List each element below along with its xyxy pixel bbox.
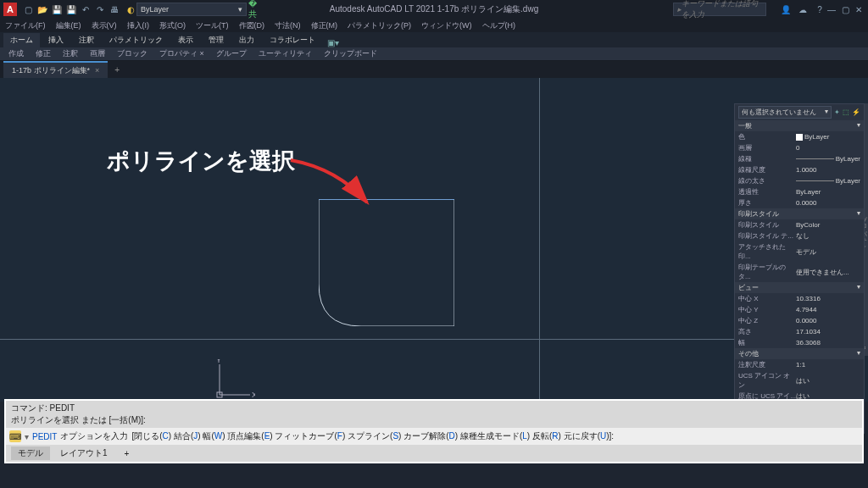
menu-format[interactable]: 形式(O) [159,20,186,31]
cmd-dropdown-icon[interactable]: ▾ [25,432,29,441]
cmd-option[interactable]: カーブ解除(D) [403,431,458,441]
panel-annotate[interactable]: 注釈 [58,47,83,61]
prop-row[interactable]: 線種尺度1.0000 [735,164,864,175]
minimize-button[interactable]: — [826,3,837,15]
properties-selection-row: 何も選択されていません▾ ✦ ⬚ ⚡ [735,104,864,120]
properties-panel: 何も選択されていません▾ ✦ ⬚ ⚡ 一般▾色 ByLayer画層0線種 ByL… [734,103,865,434]
prop-row[interactable]: 印刷テーブルのタ...使用できません... [735,262,864,282]
new-icon[interactable]: ▢ [22,3,34,15]
close-tab-icon[interactable]: × [95,66,99,75]
cmd-option[interactable]: 反転(R) [532,431,561,441]
svg-text:Y: Y [216,359,221,364]
cloud-icon[interactable]: ☁ [797,3,809,15]
prop-row[interactable]: 注釈尺度1:1 [735,359,864,370]
prop-row[interactable]: 高さ17.1034 [735,326,864,337]
panel-create[interactable]: 作成 [3,47,29,61]
document-tab[interactable]: 1-17b ポリライン編集* × [3,61,108,79]
selection-combo[interactable]: 何も選択されていません▾ [738,106,832,119]
save-icon[interactable]: 💾 [51,3,63,15]
cmd-option[interactable]: フィットカーブ(F) [275,431,345,441]
bulb-icon[interactable]: ◐ [127,5,135,14]
maximize-button[interactable]: ▢ [839,3,851,15]
signin-icon[interactable]: 👤 [780,3,792,15]
app-logo[interactable]: A [3,3,17,16]
open-icon[interactable]: 📂 [36,3,48,15]
prop-row[interactable]: 線の太さ ByLayer [735,175,864,186]
prop-row[interactable]: UCS アイコン オンはい [735,370,864,391]
add-layout-tab[interactable]: + [118,448,136,459]
panel-utility[interactable]: ユーティリティ [253,47,317,61]
panel-group[interactable]: グループ [211,47,252,61]
model-tab[interactable]: モデル [11,446,50,460]
search-placeholder: キーワードまたは語句を入力 [682,0,762,20]
prop-row[interactable]: アタッチされた印...モデル [735,241,864,262]
prop-section-general[interactable]: 一般▾ [735,120,864,131]
prop-row[interactable]: 画層0 [735,142,864,153]
pickadd-icon[interactable]: ✦ [834,108,840,116]
prop-row[interactable]: 中心 Y4.7944 [735,304,864,315]
undo-icon[interactable]: ↶ [80,3,92,15]
panel-modify[interactable]: 修正 [31,47,56,61]
panel-properties[interactable]: プロパティ × [154,47,209,61]
tab-view[interactable]: 表示 [171,33,200,47]
share-icon[interactable]: �共 [248,3,260,15]
prop-row[interactable]: 透過性ByLayer [735,186,864,197]
menu-help[interactable]: ヘルプ(H) [482,20,516,31]
prop-row[interactable]: 幅36.3068 [735,337,864,348]
tab-manage[interactable]: 管理 [202,33,231,47]
search-input[interactable]: ▸ キーワードまたは語句を入力 [673,3,766,16]
close-button[interactable]: ✕ [853,3,865,15]
command-input-line[interactable]: ⌨ ▾ PEDIT オプションを入力 [閉じる(C) 結合(J) 幅(W) 頂点… [6,428,862,445]
cmd-option[interactable]: 頂点編集(E) [227,431,272,441]
menu-edit[interactable]: 編集(E) [56,20,81,31]
menu-insert[interactable]: 挿入(I) [127,20,150,31]
tab-output[interactable]: 出力 [232,33,261,47]
panel-layer[interactable]: 画層 [85,47,110,61]
drawing-canvas[interactable]: ポリラインを選択 YX × プロパティ ⚙ 何も選択されていません▾ ✦ ⬚ ⚡… [0,78,868,402]
tab-home[interactable]: ホーム [3,33,40,47]
cmd-option[interactable]: 元に戻す(U) [564,431,609,441]
prop-section-other[interactable]: その他▾ [735,348,864,359]
menu-parametric[interactable]: パラメトリック(P) [348,20,411,31]
cmd-option[interactable]: 幅(W) [203,431,225,441]
prop-row[interactable]: 色 ByLayer [735,131,864,142]
cmd-option[interactable]: 結合(J) [174,431,201,441]
prop-row[interactable]: 中心 Z0.0000 [735,315,864,326]
saveas-icon[interactable]: 💾 [65,3,77,15]
prop-section-plot[interactable]: 印刷スタイル▾ [735,208,864,219]
prop-row[interactable]: 厚さ0.0000 [735,197,864,208]
plot-icon[interactable]: 🖶 [108,3,120,15]
prop-row[interactable]: 線種 ByLayer [735,153,864,164]
prop-row[interactable]: 印刷スタイルByColor [735,219,864,230]
layer-selector: ◐ ByLayer▾ �共 [127,3,260,16]
cmd-option[interactable]: 線種生成モード(L) [460,431,530,441]
menu-window[interactable]: ウィンドウ(W) [421,20,472,31]
cmd-option[interactable]: 閉じる(C) [134,431,171,441]
menu-file[interactable]: ファイル(F) [5,20,46,31]
tab-insert[interactable]: 挿入 [42,33,70,47]
title-bar: A ▢ 📂 💾 💾 ↶ ↷ 🖶 ◐ ByLayer▾ �共 Autodesk A… [0,0,868,19]
tab-annotate[interactable]: 注釈 [72,33,101,47]
menu-dimension[interactable]: 寸法(N) [275,20,301,31]
tab-collaborate[interactable]: コラボレート [263,33,322,47]
select-objects-icon[interactable]: ⬚ [843,108,849,116]
command-icon: ⌨ [9,430,21,442]
cmd-options: [閉じる(C) 結合(J) 幅(W) 頂点編集(E) フィットカーブ(F) スプ… [131,430,614,442]
help-icon[interactable]: ? [814,3,826,15]
menu-view[interactable]: 表示(V) [92,20,117,31]
layout1-tab[interactable]: レイアウト1 [53,446,114,460]
prop-row[interactable]: 印刷スタイル テ...なし [735,230,864,241]
panel-block[interactable]: ブロック [112,47,153,61]
panel-clipboard[interactable]: クリップボード [319,47,382,61]
menu-tools[interactable]: ツール(T) [196,20,229,31]
layer-combo[interactable]: ByLayer▾ [136,3,247,16]
tab-parametric[interactable]: パラメトリック [103,33,170,47]
quick-select-icon[interactable]: ⚡ [852,108,860,116]
prop-row[interactable]: 中心 X10.3316 [735,293,864,304]
cmd-option[interactable]: スプライン(S) [348,431,401,441]
menu-draw[interactable]: 作図(D) [239,20,265,31]
menu-modify[interactable]: 修正(M) [311,20,338,31]
new-doc-tab[interactable]: + [108,63,126,77]
redo-icon[interactable]: ↷ [94,3,106,15]
prop-section-view[interactable]: ビュー▾ [735,282,864,293]
